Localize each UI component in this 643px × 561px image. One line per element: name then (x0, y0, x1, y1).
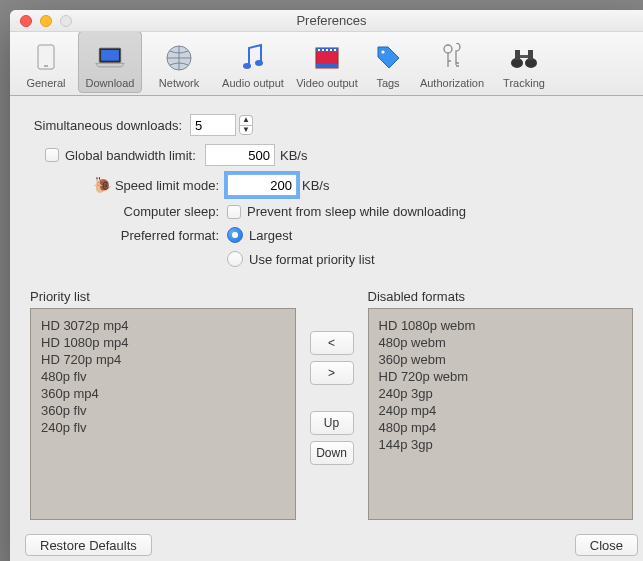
tab-tracking[interactable]: Tracking (492, 31, 556, 93)
snail-icon: 🐌 (93, 176, 109, 194)
titlebar: Preferences (10, 10, 643, 32)
window-title: Preferences (10, 13, 643, 28)
list-item[interactable]: HD 720p webm (379, 368, 623, 385)
svg-rect-19 (515, 50, 520, 60)
global-bandwidth-checkbox[interactable] (45, 148, 59, 162)
list-item[interactable]: HD 1080p mp4 (41, 334, 285, 351)
speed-limit-input[interactable] (227, 174, 297, 196)
tab-authorization[interactable]: Authorization (412, 31, 492, 93)
tag-icon (372, 42, 404, 74)
close-button[interactable]: Close (575, 534, 638, 556)
list-item[interactable]: 480p webm (379, 334, 623, 351)
list-item[interactable]: 480p mp4 (379, 419, 623, 436)
svg-rect-20 (528, 50, 533, 60)
music-note-icon (237, 42, 269, 74)
tab-download[interactable]: Download (78, 31, 142, 93)
svg-rect-11 (322, 49, 324, 51)
list-item[interactable]: 240p mp4 (379, 402, 623, 419)
list-item[interactable]: 480p flv (41, 368, 285, 385)
svg-point-16 (444, 45, 452, 53)
svg-point-15 (381, 50, 384, 53)
list-item[interactable]: 240p flv (41, 419, 285, 436)
svg-rect-1 (44, 65, 48, 67)
simultaneous-label: Simultaneous downloads: (30, 118, 190, 133)
svg-rect-3 (101, 50, 119, 61)
preferences-window: Preferences General Download Network Aud… (10, 10, 643, 561)
prevent-sleep-label: Prevent from sleep while downloading (247, 204, 466, 219)
film-icon (311, 42, 343, 74)
svg-rect-9 (316, 64, 338, 68)
zoom-window-icon (60, 15, 72, 27)
svg-rect-21 (520, 55, 528, 58)
global-bandwidth-label: Global bandwidth limit: (65, 148, 205, 163)
tab-tags[interactable]: Tags (364, 31, 412, 93)
kbps-unit: KB/s (280, 148, 307, 163)
svg-rect-10 (318, 49, 320, 51)
svg-rect-13 (330, 49, 332, 51)
radio-largest[interactable] (227, 227, 243, 243)
list-item[interactable]: HD 3072p mp4 (41, 317, 285, 334)
disabled-formats-label: Disabled formats (368, 289, 634, 304)
disabled-formats-list[interactable]: HD 1080p webm480p webm360p webmHD 720p w… (368, 308, 634, 520)
computer-sleep-label: Computer sleep: (30, 204, 227, 219)
move-up-button[interactable]: Up (310, 411, 354, 435)
globe-icon (163, 42, 195, 74)
kbps-unit-2: KB/s (302, 178, 329, 193)
radio-use-priority[interactable] (227, 251, 243, 267)
stepper-up[interactable]: ▲ (239, 115, 253, 125)
move-right-button[interactable]: > (310, 361, 354, 385)
speed-limit-label: Speed limit mode: (115, 178, 219, 193)
svg-point-6 (255, 60, 263, 66)
list-item[interactable]: 144p 3gp (379, 436, 623, 453)
simultaneous-input[interactable] (190, 114, 236, 136)
move-down-button[interactable]: Down (310, 441, 354, 465)
binoculars-icon (508, 42, 540, 74)
list-item[interactable]: 360p mp4 (41, 385, 285, 402)
tab-video-output[interactable]: Video output (290, 31, 364, 93)
svg-rect-12 (326, 49, 328, 51)
svg-point-5 (243, 63, 251, 69)
prevent-sleep-checkbox[interactable] (227, 205, 241, 219)
general-icon (30, 42, 62, 74)
svg-rect-14 (334, 49, 336, 51)
tab-audio-output[interactable]: Audio output (216, 31, 290, 93)
use-priority-label: Use format priority list (249, 252, 375, 267)
priority-list[interactable]: HD 3072p mp4HD 1080p mp4HD 720p mp4480p … (30, 308, 296, 520)
tab-general[interactable]: General (14, 31, 78, 93)
list-item[interactable]: 240p 3gp (379, 385, 623, 402)
list-item[interactable]: HD 1080p webm (379, 317, 623, 334)
list-item[interactable]: 360p webm (379, 351, 623, 368)
minimize-window-icon[interactable] (40, 15, 52, 27)
close-window-icon[interactable] (20, 15, 32, 27)
priority-list-label: Priority list (30, 289, 296, 304)
toolbar: General Download Network Audio output Vi… (10, 32, 643, 96)
global-bandwidth-input[interactable] (205, 144, 275, 166)
list-item[interactable]: HD 720p mp4 (41, 351, 285, 368)
list-item[interactable]: 360p flv (41, 402, 285, 419)
tab-network[interactable]: Network (142, 31, 216, 93)
preferred-format-label: Preferred format: (30, 228, 227, 243)
move-left-button[interactable]: < (310, 331, 354, 355)
keys-icon (436, 42, 468, 74)
largest-label: Largest (249, 228, 292, 243)
restore-defaults-button[interactable]: Restore Defaults (25, 534, 152, 556)
stepper-down[interactable]: ▼ (239, 125, 253, 135)
laptop-icon (94, 42, 126, 74)
